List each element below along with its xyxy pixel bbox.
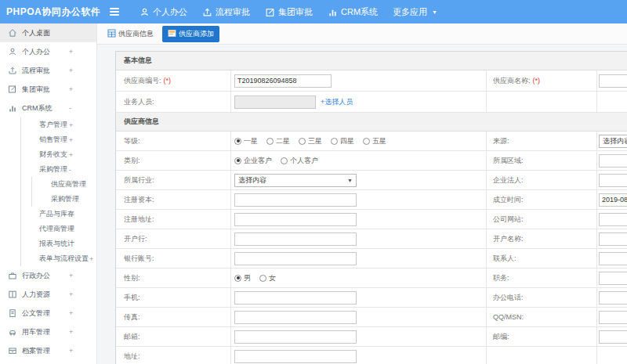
expand-icon[interactable]: +	[69, 85, 73, 93]
mobile-input[interactable]	[234, 291, 357, 305]
expand-icon[interactable]: +	[69, 151, 73, 159]
radio-gender-female[interactable]: 女	[259, 273, 276, 283]
form-row: 等级: 一星 二星 三星 四星 五星 来源: 选择内容▼	[116, 132, 627, 151]
company-website-label: 公司网站:	[486, 210, 596, 229]
expand-icon[interactable]: +	[69, 225, 73, 233]
qq-msn-label: QQ/MSN:	[486, 308, 596, 326]
radio-gender-male[interactable]: 男	[234, 273, 251, 283]
sidebar-item-customer-mgmt[interactable]: 客户管理 +	[21, 117, 96, 132]
legal-person-label: 企业法人:	[486, 171, 596, 189]
expand-icon[interactable]: +	[69, 290, 73, 298]
hamburger-menu-icon[interactable]	[110, 8, 119, 16]
expand-icon[interactable]: +	[69, 328, 73, 336]
registered-address-input[interactable]	[234, 213, 357, 226]
industry-select[interactable]: 选择内容▼	[234, 174, 357, 187]
region-input[interactable]	[599, 154, 627, 168]
legal-person-input[interactable]	[599, 174, 627, 187]
radio-icon	[281, 157, 288, 164]
nav-process-approval[interactable]: 流程审批	[202, 6, 250, 18]
office-phone-input[interactable]	[599, 291, 627, 305]
bank-account-input[interactable]	[234, 252, 357, 265]
radio-icon	[299, 138, 306, 145]
sidebar-item-purchase-mgmt[interactable]: 采购管理 -	[21, 162, 96, 177]
collapse-icon[interactable]: -	[69, 104, 71, 112]
radio-level-4[interactable]: 四星	[331, 136, 354, 146]
position-input[interactable]	[599, 272, 627, 285]
sidebar-item-group-approval[interactable]: 集团审批 +	[0, 80, 96, 99]
sidebar-item-agent-mgmt[interactable]: 代理商管理 +	[21, 222, 96, 236]
business-person-input[interactable]	[234, 96, 316, 109]
nav-crm-system[interactable]: CRM系统	[328, 6, 378, 18]
radio-level-1[interactable]: 一星	[234, 136, 258, 146]
required-mark: (*)	[533, 77, 541, 85]
tab-supplier-info[interactable]: 供应商信息	[104, 27, 157, 41]
account-name-input[interactable]	[599, 232, 627, 246]
form-add-icon	[168, 29, 176, 39]
briefcase-icon	[8, 271, 17, 280]
sidebar-item-human-resources[interactable]: 人力资源 +	[0, 285, 96, 304]
established-date-label: 成立时间:	[486, 190, 596, 209]
established-date-input[interactable]	[599, 193, 627, 207]
address-input[interactable]	[234, 350, 357, 363]
choose-person-link[interactable]: +选择人员	[321, 97, 353, 107]
nav-group-approval[interactable]: 集团审批	[265, 6, 313, 18]
radio-level-2[interactable]: 二星	[266, 136, 290, 146]
sidebar-item-vehicle-mgmt[interactable]: 用车管理 +	[0, 323, 96, 341]
source-select[interactable]: 选择内容▼	[599, 135, 627, 148]
radio-level-3[interactable]: 三星	[299, 136, 322, 146]
expand-icon[interactable]: +	[69, 67, 73, 74]
sidebar-item-admin-office[interactable]: 行政办公 +	[0, 266, 96, 285]
expand-icon[interactable]: +	[69, 272, 73, 279]
email-input[interactable]	[234, 330, 357, 344]
section-basic-info: 基本信息 供应商编号: (*) 供应商名称: (*)	[116, 52, 627, 113]
level-radio-group: 一星 二星 三星 四星 五星	[230, 132, 486, 150]
supplier-code-input[interactable]	[234, 74, 332, 88]
company-website-input[interactable]	[599, 213, 627, 226]
collapse-icon[interactable]: -	[69, 166, 71, 174]
sidebar-item-document-mgmt[interactable]: 公文管理 +	[0, 304, 96, 323]
expand-icon[interactable]: +	[69, 211, 73, 218]
section-supplier-info: 供应商信息 等级: 一星 二星 三星 四星 五星 来源: 选择内容▼ 类别:	[116, 113, 627, 364]
radio-personal-customer[interactable]: 个人客户	[281, 156, 318, 166]
nav-personal-office[interactable]: 个人办公	[140, 6, 187, 18]
sidebar-item-supplier-mgmt[interactable]: 供应商管理	[32, 177, 96, 192]
form-row: 银行账号: 联系人:	[116, 249, 627, 268]
sidebar-item-form-process-settings[interactable]: 表单与流程设置 +	[21, 251, 96, 266]
sidebar-item-personal-office[interactable]: 个人办公 +	[0, 42, 96, 61]
fax-input[interactable]	[234, 311, 357, 324]
sidebar-item-process-approval[interactable]: 流程审批 +	[0, 61, 96, 80]
expand-icon[interactable]: +	[69, 136, 73, 144]
form-row: 性别: 男 女 职务:	[116, 268, 627, 288]
radio-icon	[234, 138, 241, 145]
expand-icon[interactable]: +	[69, 48, 73, 56]
sidebar-item-product-inventory[interactable]: 产品与库存 +	[21, 207, 96, 222]
radio-level-5[interactable]: 五星	[363, 136, 386, 146]
sidebar-item-personal-desktop[interactable]: 个人桌面	[0, 23, 96, 42]
nav-more-apps[interactable]: 更多应用 ▼	[393, 6, 437, 18]
region-label: 所属区域:	[486, 151, 596, 170]
expand-icon[interactable]: +	[69, 309, 73, 317]
sidebar-item-finance[interactable]: 财务收支 +	[21, 147, 96, 162]
sidebar-item-purchasing[interactable]: 采购管理	[32, 192, 96, 207]
app-logo: PHPOA协同办公软件	[6, 0, 100, 23]
fax-label: 传真:	[116, 308, 230, 326]
radio-icon	[331, 138, 338, 145]
expand-icon[interactable]: +	[69, 347, 73, 355]
expand-icon[interactable]: +	[89, 255, 93, 263]
supplier-code-label: 供应商编号: (*)	[116, 70, 230, 91]
registered-capital-input[interactable]	[234, 193, 357, 207]
expand-icon[interactable]: +	[69, 121, 73, 129]
tab-supplier-add[interactable]: 供应商添加	[162, 26, 219, 42]
radio-enterprise-customer[interactable]: 企业客户	[234, 156, 272, 166]
zip-code-input[interactable]	[599, 330, 627, 344]
office-phone-label: 办公电话:	[486, 288, 596, 307]
sidebar-item-reports-stats[interactable]: 报表与统计	[21, 236, 96, 251]
sidebar-item-crm-system[interactable]: CRM系统 -	[0, 99, 96, 117]
bank-branch-input[interactable]	[234, 232, 357, 246]
category-label: 类别:	[116, 151, 230, 170]
sidebar-item-archive-mgmt[interactable]: 档案管理 +	[0, 341, 96, 360]
contact-person-input[interactable]	[599, 252, 627, 265]
sidebar-item-sales-mgmt[interactable]: 销售管理 +	[21, 132, 96, 147]
supplier-name-input[interactable]	[599, 74, 627, 88]
qq-msn-input[interactable]	[599, 311, 627, 324]
